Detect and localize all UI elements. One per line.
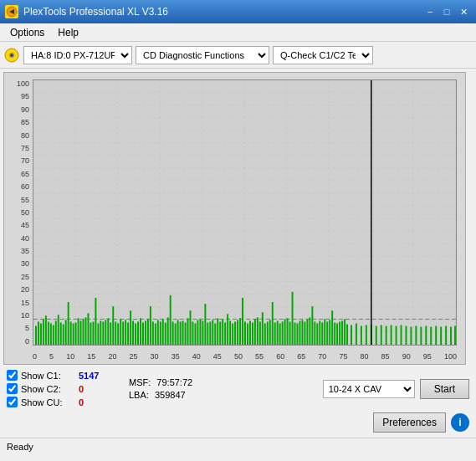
svg-rect-93 (242, 298, 243, 345)
status-text: Ready (7, 442, 33, 452)
help-menu[interactable]: Help (51, 25, 85, 40)
svg-rect-127 (326, 321, 328, 345)
info-button[interactable]: i (451, 413, 469, 432)
cu-label: Show CU: (21, 397, 75, 407)
svg-rect-89 (232, 324, 233, 345)
svg-rect-81 (212, 320, 213, 345)
svg-rect-45 (122, 321, 124, 345)
device-icon (3, 47, 20, 64)
svg-rect-39 (107, 318, 109, 345)
svg-rect-11 (38, 321, 39, 345)
svg-rect-83 (217, 318, 218, 345)
msf-row: MSF: 79:57:72 (129, 377, 192, 387)
svg-rect-116 (299, 320, 300, 345)
show-c1-checkbox[interactable] (7, 370, 18, 381)
svg-rect-17 (53, 325, 54, 345)
svg-rect-29 (83, 319, 84, 345)
maximize-button[interactable]: □ (439, 4, 454, 19)
svg-rect-121 (311, 306, 313, 345)
svg-rect-31 (87, 313, 89, 345)
svg-rect-28 (80, 320, 82, 345)
svg-rect-101 (262, 312, 264, 345)
svg-rect-42 (115, 321, 116, 345)
svg-rect-73 (192, 321, 193, 345)
msf-label: MSF: (129, 377, 151, 387)
svg-rect-85 (222, 319, 223, 345)
svg-rect-23 (68, 302, 69, 345)
device-select[interactable]: HA:8 ID:0 PX-712UF (23, 46, 132, 64)
svg-rect-122 (314, 321, 315, 345)
svg-rect-10 (35, 326, 37, 345)
svg-rect-19 (58, 315, 59, 345)
svg-rect-123 (316, 324, 318, 345)
svg-rect-27 (78, 318, 79, 345)
right-controls: 10-24 X CAV 4 X CLV 8 X CLV MAX Start (323, 379, 469, 399)
svg-rect-48 (130, 310, 131, 345)
svg-rect-145 (396, 326, 397, 345)
svg-rect-151 (425, 326, 427, 345)
chart-wrapper: 100 95 90 85 80 75 70 65 60 55 50 45 40 … (0, 69, 476, 365)
svg-rect-118 (304, 321, 305, 345)
svg-rect-94 (244, 321, 246, 345)
start-button[interactable]: Start (420, 379, 469, 399)
options-menu[interactable]: Options (3, 25, 51, 40)
svg-rect-129 (331, 310, 333, 345)
svg-rect-30 (85, 317, 87, 345)
svg-rect-63 (167, 317, 169, 345)
bottom-panel: Show C1: 5147 Show C2: 0 Show CU: 0 MSF:… (0, 365, 476, 438)
cu-row: Show CU: 0 (7, 397, 112, 407)
svg-rect-12 (40, 324, 42, 345)
svg-rect-55 (147, 319, 149, 345)
title-bar-left: PlexTools Professional XL V3.16 (5, 5, 168, 18)
close-button[interactable]: ✕ (456, 4, 471, 19)
svg-rect-138 (361, 326, 362, 345)
show-c2-checkbox[interactable] (7, 383, 18, 394)
svg-rect-51 (137, 321, 139, 345)
svg-rect-60 (160, 321, 161, 345)
svg-rect-69 (182, 320, 184, 345)
svg-rect-114 (294, 322, 296, 345)
c2-label: Show C2: (21, 384, 75, 394)
svg-rect-84 (219, 321, 221, 345)
svg-rect-120 (309, 317, 310, 345)
test-select[interactable]: Q-Check C1/C2 Test (273, 46, 373, 64)
svg-rect-156 (450, 327, 452, 345)
svg-rect-86 (224, 322, 226, 345)
svg-rect-115 (297, 324, 299, 345)
svg-rect-64 (170, 295, 171, 345)
svg-rect-66 (175, 324, 177, 345)
y-axis-labels: 100 95 90 85 80 75 70 65 60 55 50 45 40 … (4, 79, 33, 346)
window-controls: − □ ✕ (422, 4, 471, 19)
svg-rect-117 (301, 320, 303, 345)
function-select[interactable]: CD Diagnostic Functions (136, 46, 269, 64)
svg-rect-108 (279, 324, 281, 345)
svg-rect-106 (274, 322, 276, 345)
svg-rect-14 (45, 315, 47, 345)
msf-lba-group: MSF: 79:57:72 LBA: 359847 (129, 377, 192, 400)
preferences-button[interactable]: Preferences (373, 412, 446, 433)
c2-row: Show C2: 0 (7, 383, 112, 394)
svg-rect-143 (386, 326, 387, 345)
svg-rect-79 (207, 322, 208, 345)
show-cu-checkbox[interactable] (7, 397, 18, 407)
status-bar: Ready (0, 438, 476, 454)
svg-point-3 (11, 54, 13, 56)
lba-value: 359847 (155, 390, 186, 400)
svg-rect-132 (339, 321, 340, 345)
svg-rect-13 (43, 319, 44, 345)
svg-rect-153 (435, 326, 437, 345)
svg-rect-100 (259, 321, 261, 345)
svg-rect-147 (405, 326, 407, 345)
svg-rect-61 (162, 319, 164, 345)
svg-rect-40 (110, 322, 111, 345)
speed-select[interactable]: 10-24 X CAV 4 X CLV 8 X CLV MAX (323, 380, 415, 398)
svg-rect-71 (187, 318, 189, 345)
svg-rect-24 (70, 321, 72, 345)
svg-rect-130 (334, 322, 335, 345)
svg-rect-32 (90, 322, 91, 345)
svg-rect-112 (289, 321, 291, 345)
minimize-button[interactable]: − (422, 4, 438, 19)
svg-rect-74 (194, 324, 196, 345)
svg-rect-37 (102, 321, 104, 345)
svg-rect-58 (155, 324, 156, 345)
